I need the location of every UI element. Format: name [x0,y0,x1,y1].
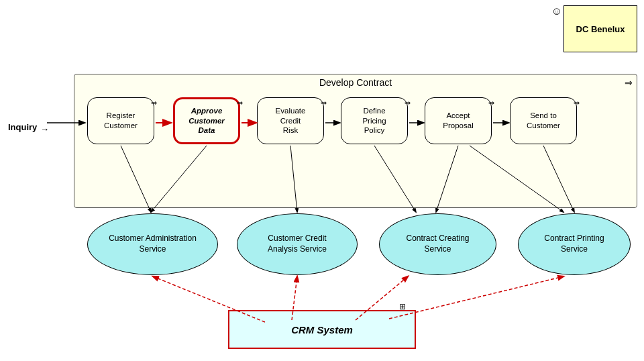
process-define[interactable]: DefinePricingPolicy [341,97,408,144]
send-box-arrow: ⇒ [574,99,580,107]
swimlane-label: Develop Contract [74,77,637,88]
inquiry-arrow-icon: → [40,124,49,134]
process-accept[interactable]: AcceptProposal [425,97,492,144]
process-approve-label: ApproveCustomerData [189,106,225,136]
evaluate-box-arrow: ⇒ [321,99,327,107]
diagram-container: DC Benelux ☺ Develop Contract ⇒ Inquiry … [0,0,644,361]
crm-system-box[interactable]: CRM System [228,310,416,349]
service-contract-creating-label: Contract CreatingService [406,234,469,254]
process-send-label: Send toCustomer [527,111,560,131]
service-contract-printing-label: Contract PrintingService [544,234,604,254]
process-approve[interactable]: ApproveCustomerData [173,97,240,144]
accept-box-arrow: ⇒ [488,99,494,107]
process-register-label: RegisterCustomer [104,111,138,131]
service-customer-admin-label: Customer AdministrationService [109,234,197,254]
service-customer-credit-label: Customer CreditAnalysis Service [268,234,327,254]
service-contract-printing[interactable]: Contract PrintingService [518,213,631,275]
process-accept-label: AcceptProposal [443,111,473,131]
service-customer-admin[interactable]: Customer AdministrationService [87,213,218,275]
process-evaluate-label: EvaluateCreditRisk [276,106,306,136]
dc-benelux-label: DC Benelux [576,24,625,34]
approve-box-arrow: ⇒ [237,99,243,107]
crm-system-label: CRM System [291,324,353,336]
process-define-label: DefinePricingPolicy [362,106,386,136]
inquiry-label: Inquiry [8,122,37,132]
service-customer-credit[interactable]: Customer CreditAnalysis Service [237,213,358,275]
service-contract-creating[interactable]: Contract CreatingService [379,213,496,275]
register-box-arrow: ⇒ [151,99,157,107]
dc-benelux-box: DC Benelux [564,5,637,52]
crm-icon: ⊞ [399,302,406,311]
define-box-arrow: ⇒ [405,99,411,107]
swimlane-arrow: ⇒ [625,77,633,88]
actor-icon: ☺ [551,5,562,17]
process-evaluate[interactable]: EvaluateCreditRisk [257,97,324,144]
process-register[interactable]: RegisterCustomer [87,97,154,144]
process-send[interactable]: Send toCustomer [510,97,577,144]
